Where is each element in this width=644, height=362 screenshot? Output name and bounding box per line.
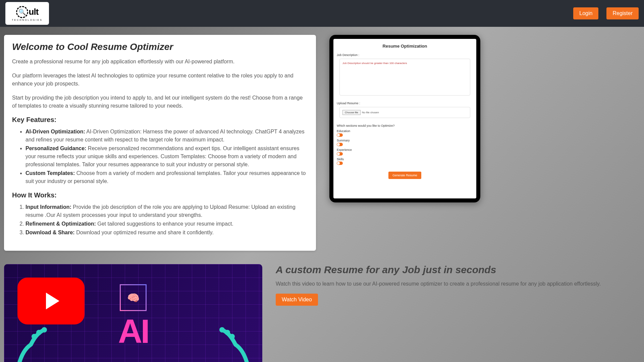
option-label: Experience — [337, 148, 473, 152]
feature-label: AI-Driven Optimization: — [25, 129, 85, 134]
watch-video-button[interactable]: Watch Video — [276, 294, 318, 306]
login-button[interactable]: Login — [573, 7, 598, 19]
how-text: Download your optimized resume and share… — [75, 230, 214, 235]
robot-hand-left-icon — [4, 311, 64, 362]
logo-subtitle: TECHNOLOGIES — [12, 19, 43, 21]
how-item: Refinement & Optimization: Get tailored … — [25, 220, 308, 228]
jd-label: Job Description : — [337, 53, 473, 57]
ai-text: AI — [118, 318, 148, 345]
how-text: Get tailored suggestions to enhance your… — [96, 221, 233, 227]
svg-point-2 — [32, 334, 37, 339]
jd-error: Job Description should be greater than 1… — [342, 62, 407, 65]
how-item: Input Information: Provide the job descr… — [25, 203, 308, 219]
option-experience: Experience — [337, 148, 473, 156]
video-description: Watch this video to learn how to use our… — [276, 281, 640, 287]
logo-text: ult — [29, 7, 39, 17]
svg-point-0 — [42, 327, 47, 333]
tablet-screen: Resume Optimization Job Description : Jo… — [333, 39, 476, 198]
sections-question: Which sections would you like to Optimiz… — [337, 124, 473, 127]
feature-label: Personalized Guidance: — [25, 145, 86, 151]
how-label: Input Information: — [25, 204, 71, 210]
choose-file-button: Choose file — [342, 110, 361, 115]
how-label: Download & Share: — [25, 230, 75, 235]
toggle-icon — [337, 133, 343, 137]
feature-label: Custom Templates: — [25, 170, 75, 176]
video-title: A custom Resume for any Job just in seco… — [276, 264, 640, 276]
upload-label: Upload Resume : — [337, 102, 473, 105]
tablet-title: Resume Optimization — [337, 44, 473, 49]
option-skills: Skills — [337, 158, 473, 166]
toggle-icon — [337, 152, 343, 156]
logo[interactable]: 🔍 ult TECHNOLOGIES — [5, 2, 49, 25]
welcome-card: Welcome to Cool Resume Optimizer Create … — [4, 35, 316, 251]
option-label: Skills — [337, 158, 473, 161]
welcome-title: Welcome to Cool Resume Optimizer — [12, 42, 308, 52]
how-list: Input Information: Provide the job descr… — [12, 203, 308, 237]
welcome-p1: Create a professional resume for any job… — [12, 58, 308, 66]
tablet-mockup: Resume Optimization Job Description : Jo… — [329, 35, 480, 202]
no-file-text: No file chosen — [362, 111, 379, 114]
ai-graphic: 🧠 AI — [118, 284, 148, 345]
option-label: Education — [337, 129, 473, 133]
feature-item: AI-Driven Optimization: AI-Driven Optimi… — [25, 128, 308, 144]
lightbulb-brain-icon: 🧠 — [120, 284, 147, 311]
welcome-p3: Start by providing the job description y… — [12, 94, 308, 110]
svg-point-3 — [219, 327, 225, 333]
how-label: Refinement & Optimization: — [25, 221, 96, 227]
video-thumbnail[interactable]: 🧠 AI — [4, 264, 262, 362]
option-label: Summary — [337, 139, 473, 142]
robot-hand-right-icon — [202, 311, 262, 362]
option-summary: Summary — [337, 139, 473, 147]
how-item: Download & Share: Download your optimize… — [25, 229, 308, 237]
features-list: AI-Driven Optimization: AI-Driven Optimi… — [12, 128, 308, 185]
how-heading: How It Works: — [12, 191, 308, 199]
toggle-icon — [337, 143, 343, 146]
header: 🔍 ult TECHNOLOGIES Login Register — [0, 0, 644, 27]
feature-item: Personalized Guidance: Receive personali… — [25, 144, 308, 169]
main-content: Welcome to Cool Resume Optimizer Create … — [0, 27, 644, 251]
file-upload-box: Choose file No file chosen — [339, 107, 470, 118]
toggle-icon — [337, 162, 343, 165]
svg-point-1 — [36, 330, 42, 335]
generate-resume-button: Generate Resume — [388, 172, 421, 179]
welcome-p2: Our platform leverages the latest AI tec… — [12, 72, 308, 88]
feature-item: Custom Templates: Choose from a variety … — [25, 169, 308, 185]
video-section: 🧠 AI A custom Resume for any Job just in… — [0, 251, 644, 362]
svg-point-5 — [229, 334, 235, 339]
register-button[interactable]: Register — [606, 7, 639, 19]
svg-point-4 — [225, 330, 230, 335]
header-buttons: Login Register — [573, 7, 639, 19]
logo-icon: 🔍 — [16, 6, 28, 18]
option-education: Education — [337, 129, 473, 137]
features-heading: Key Features: — [12, 116, 308, 124]
jd-textarea: Job Description should be greater than 1… — [339, 59, 470, 96]
video-info: A custom Resume for any Job just in seco… — [276, 264, 640, 306]
